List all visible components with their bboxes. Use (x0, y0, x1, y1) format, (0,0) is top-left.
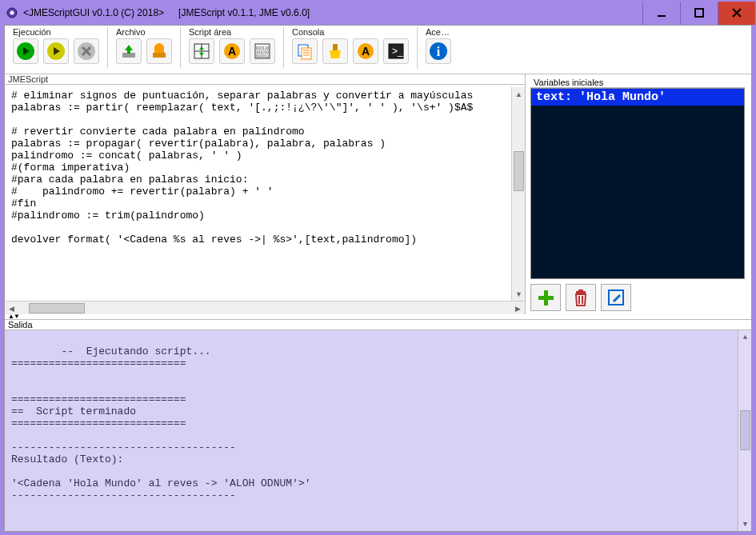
svg-text:A: A (228, 45, 236, 58)
titlebar: <JMEScriptGUI v0.1.0 (C) 2018> [JMEScrip… (1, 1, 755, 25)
edit-icon (606, 288, 626, 307)
toolbar-label-archivo: Archivo (116, 27, 172, 37)
output-text[interactable]: -- Ejecutando script... ================… (5, 330, 751, 531)
plus-icon (536, 288, 555, 307)
variable-add-button[interactable] (530, 284, 561, 311)
script-editor[interactable]: # eliminar signos de puntuación, separar… (5, 85, 525, 301)
variables-list[interactable]: text: 'Hola Mundo' (530, 88, 745, 279)
app-icon (6, 6, 18, 19)
scroll-thumb[interactable] (740, 410, 750, 450)
svg-rect-34 (333, 44, 338, 50)
variable-edit-button[interactable] (601, 284, 631, 311)
svg-marker-21 (199, 46, 204, 50)
script-fold-button[interactable] (189, 38, 214, 64)
toolbar-group-consola: Consola A >_ (287, 27, 414, 64)
output-content: -- Ejecutando script... ================… (11, 345, 310, 501)
save-button[interactable] (146, 38, 172, 64)
toolbar-label-consola: Consola (292, 27, 409, 37)
script-pane-title: JMEScript (5, 74, 525, 85)
scroll-down-icon[interactable]: ▼ (512, 287, 526, 301)
script-vscrollbar[interactable]: ▲ ▼ (511, 87, 525, 301)
toolbar: Ejecución Archivo (5, 26, 751, 74)
console-terminal-button[interactable]: >_ (383, 38, 409, 64)
toolbar-group-script: Script área A 010110101010010011 (184, 27, 280, 64)
toolbar-label-script: Script área (189, 27, 275, 37)
output-pane-title: Salida (5, 320, 751, 330)
svg-rect-3 (695, 9, 703, 17)
scroll-left-icon[interactable]: ◀ (5, 301, 18, 315)
scroll-down-icon[interactable]: ▼ (738, 517, 751, 531)
open-button[interactable] (116, 38, 142, 64)
toolbar-group-acerca: Ace… i (421, 27, 456, 64)
console-copy-button[interactable] (292, 38, 318, 64)
upper-panes: JMEScript # eliminar signos de puntuació… (5, 74, 751, 314)
svg-rect-2 (658, 15, 666, 17)
svg-rect-30 (302, 48, 311, 59)
output-pane: Salida -- Ejecutando script... =========… (5, 319, 751, 531)
about-button[interactable]: i (426, 38, 451, 64)
window-body: Ejecución Archivo (4, 25, 752, 532)
svg-marker-14 (125, 45, 133, 50)
svg-rect-44 (578, 289, 583, 292)
svg-text:A: A (362, 45, 370, 58)
variable-row-selected[interactable]: text: 'Hola Mundo' (531, 89, 744, 106)
svg-marker-22 (199, 53, 204, 56)
toolbar-label-ejecucion: Ejecución (13, 27, 99, 37)
scroll-thumb[interactable] (29, 303, 85, 313)
stop-button[interactable] (74, 38, 99, 64)
scroll-right-icon[interactable]: ▶ (511, 301, 525, 315)
variables-pane-title: Variables iniciales (530, 78, 745, 88)
svg-text:010011: 010011 (256, 54, 270, 58)
svg-text:i: i (437, 45, 441, 58)
toolbar-group-ejecucion: Ejecución (8, 27, 104, 64)
toolbar-group-archivo: Archivo (111, 27, 177, 64)
minimize-button[interactable] (642, 2, 680, 25)
script-hscrollbar[interactable]: ◀ ▶ (5, 301, 525, 314)
window-title-main: <JMEScriptGUI v0.1.0 (C) 2018> (23, 7, 164, 18)
run-button[interactable] (13, 38, 38, 64)
scroll-thumb[interactable] (514, 151, 524, 191)
trash-icon (571, 288, 590, 307)
variables-pane: Variables iniciales text: 'Hola Mundo' (526, 74, 751, 314)
svg-rect-16 (153, 53, 166, 58)
script-font-button[interactable]: A (219, 38, 245, 64)
variable-delete-button[interactable] (566, 284, 596, 311)
scroll-up-icon[interactable]: ▲ (512, 87, 526, 101)
window-title-sub: [JMEScript v0.1.1, JME v0.6.0] (178, 7, 310, 18)
svg-point-1 (10, 11, 14, 15)
output-vscrollbar[interactable]: ▲ ▼ (738, 330, 751, 531)
variables-toolbar (530, 279, 745, 311)
svg-rect-42 (538, 296, 554, 300)
maximize-button[interactable] (680, 2, 718, 25)
console-font-button[interactable]: A (353, 38, 378, 64)
svg-text:>_: >_ (392, 46, 403, 57)
workspace: JMEScript # eliminar signos de puntuació… (5, 74, 751, 531)
close-button[interactable] (718, 2, 755, 25)
run-step-button[interactable] (43, 38, 69, 64)
toolbar-label-acerca: Ace… (426, 27, 451, 37)
console-clear-button[interactable] (322, 38, 348, 64)
scroll-up-icon[interactable]: ▲ (738, 330, 751, 344)
script-pane: JMEScript # eliminar signos de puntuació… (5, 74, 526, 314)
script-binary-button[interactable]: 010110101010010011 (250, 38, 275, 64)
svg-rect-15 (127, 50, 130, 54)
